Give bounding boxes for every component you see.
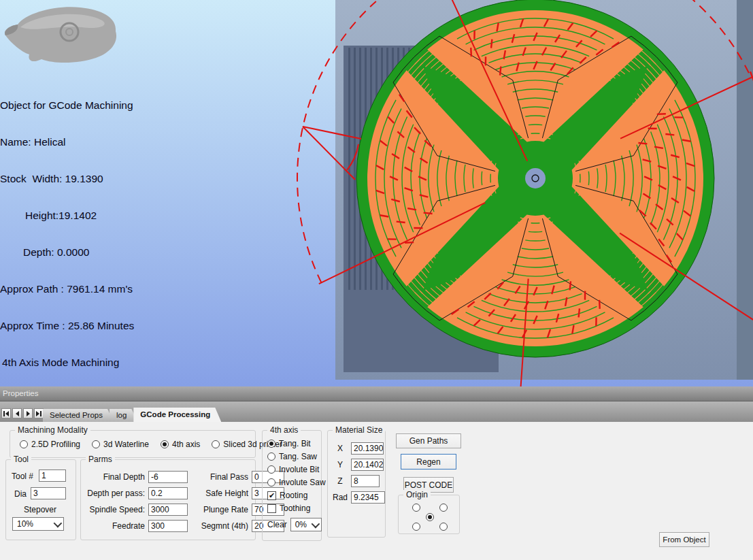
tab-scroll-controls [1,408,44,418]
material-rad-input[interactable] [351,491,385,504]
origin-center-radio[interactable] [426,513,434,521]
z-label: Z [331,476,350,486]
clear-label: Clear [267,520,287,529]
dropdown-chevron-icon [311,519,320,528]
y-label: Y [331,460,350,470]
material-x-input[interactable] [351,442,384,455]
depth-per-pass-label: Depth per pass: [82,489,145,498]
gen-paths-button[interactable]: Gen Paths [396,433,461,448]
group-label: Machining Modality [15,425,90,435]
origin-top-right-radio[interactable] [439,504,448,512]
properties-title-bar[interactable]: Properties [0,386,753,401]
gear-toolpath-render [356,0,714,357]
feedrate-input[interactable] [148,520,188,532]
stepover-select[interactable]: 10% [12,517,64,531]
properties-title: Properties [3,389,38,397]
material-y-input[interactable] [351,459,384,471]
safe-height-label: Safe Height [191,489,248,498]
rad-label: Rad [331,493,350,502]
depth-per-pass-input[interactable] [148,487,188,499]
radio-tang-saw[interactable]: Tang. Saw [267,452,326,461]
scroll-last-icon [36,411,39,416]
clear-select[interactable]: 0% [290,518,322,531]
radio-involute-bit[interactable]: Involute Bit [267,465,326,474]
radio-4th-axis[interactable]: 4th axis [161,440,200,449]
application-window: Object for GCode Machining Name: Helical… [0,0,753,560]
feedrate-label: Feedrate [82,521,145,531]
radio-tang-bit[interactable]: Tang. Bit [267,439,326,448]
origin-group: Origin [398,495,460,534]
tab-log[interactable]: log [110,409,137,422]
tab-selected-props[interactable]: Selected Props [43,409,114,422]
origin-bottom-right-radio[interactable] [439,523,448,531]
segmnt-4th-label: Segmnt (4th) [191,521,248,531]
radio-25d-profiling[interactable]: 2.5D Profiling [20,440,80,449]
spindle-speed-input[interactable] [148,504,188,516]
from-object-button[interactable]: From Object [659,532,709,547]
viewport-3d[interactable]: Object for GCode Machining Name: Helical… [0,0,753,386]
dropdown-chevron-icon [54,518,63,527]
radio-3d-waterline[interactable]: 3d Waterline [92,440,149,449]
tab-strip: Selected Props log GCode Processing [0,401,753,422]
tab-gcode-processing[interactable]: GCode Processing [133,408,221,422]
machining-info-block: Object for GCode Machining Name: Helical… [0,75,204,386]
info-line: Height:19.1402 [0,210,204,222]
tool-number-label: Tool # [12,472,33,481]
info-line: 4th Axis Mode Machining [0,357,204,369]
material-size-group: Material Size X Y Z Rad From Object [327,430,386,538]
spindle-speed-label: Spindle Speed: [82,505,145,514]
4th-axis-group: 4th axis Tang. Bit Tang. Saw Involute Bi… [262,430,322,541]
info-line: Name: Helical [0,136,204,148]
scroll-next-button[interactable] [23,408,33,418]
origin-bottom-left-radio[interactable] [412,523,420,531]
plunge-rate-label: Plunge Rate [191,505,248,514]
material-z-input[interactable] [351,475,380,487]
tab-bar: Selected Props log GCode Processing [43,409,217,422]
dia-label: Dia [14,489,27,499]
radio-involute-saw[interactable]: Involute Saw [267,478,326,487]
final-depth-input[interactable] [148,471,188,483]
scroll-first-button[interactable] [1,408,11,418]
info-line: Approx Path : 7961.14 mm's [0,283,204,295]
info-line: Stock Width: 19.1390 [0,173,204,185]
gcode-processing-panel: Machining Modality 2.5D Profiling 3d Wat… [0,422,753,560]
final-pass-label: Final Pass [191,472,248,482]
tool-number-input[interactable] [39,470,66,482]
info-line: Depth: 0.0000 [0,246,204,259]
machining-modality-group: Machining Modality 2.5D Profiling 3d Wat… [10,430,256,458]
tool-group: Tool Tool # Dia Stepover 10% [5,459,76,540]
scroll-last-button[interactable] [34,408,44,418]
stepover-label: Stepover [24,505,56,514]
scroll-prev-button[interactable] [12,408,22,418]
parms-group: Parms Final Depth Final Pass Depth per p… [80,459,256,540]
regen-button[interactable]: Regen [401,454,456,470]
origin-top-left-radio[interactable] [412,504,420,512]
scroll-next-icon [27,411,30,416]
checkbox-toothing[interactable]: Toothing [267,504,326,513]
checkbox-rooting[interactable]: ✔Rooting [267,491,326,500]
x-label: X [331,444,350,453]
final-depth-label: Final Depth [82,472,145,482]
dia-input[interactable] [31,487,66,499]
scroll-prev-icon [16,411,19,416]
info-line: Object for GCode Machining [0,99,204,112]
scroll-first-icon [3,411,5,416]
checkmark-icon: ✔ [267,491,276,500]
info-line: Approx Time : 25.86 Minutes [0,320,204,332]
